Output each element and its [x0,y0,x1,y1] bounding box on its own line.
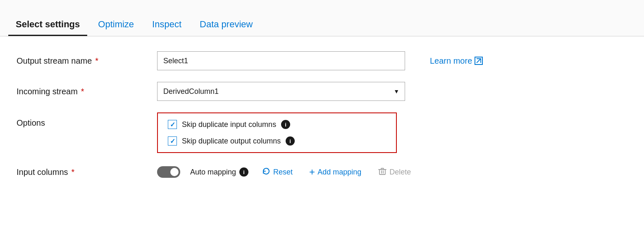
options-box: ✓ Skip duplicate input columns i ✓ Skip … [157,112,397,153]
options-row: Options ✓ Skip duplicate input columns i… [17,112,627,153]
svg-rect-0 [379,170,385,174]
reset-icon [262,167,271,178]
skip-duplicate-input-row: ✓ Skip duplicate input columns i [168,120,386,129]
required-star-incoming: * [81,87,84,96]
skip-duplicate-input-info-icon[interactable]: i [281,120,290,129]
add-mapping-label: Add mapping [317,168,361,177]
incoming-stream-label: Incoming stream * [17,87,157,96]
output-stream-name-row: Output stream name * Learn more [17,51,627,70]
tab-select-settings[interactable]: Select settings [8,15,87,36]
input-columns-label: Input columns * [17,167,157,177]
skip-duplicate-output-label: Skip duplicate output columns [182,137,281,146]
add-mapping-button[interactable]: + Add mapping [306,165,365,179]
incoming-stream-select[interactable]: DerivedColumn1 [157,82,405,101]
external-link-icon [475,57,483,65]
checkmark-output: ✓ [170,137,175,145]
reset-button[interactable]: Reset [258,165,296,179]
learn-more-label: Learn more [430,56,472,66]
skip-duplicate-output-checkbox[interactable]: ✓ [168,136,177,146]
auto-mapping-label: Auto mapping i [190,167,248,177]
auto-mapping-toggle[interactable] [157,166,180,178]
skip-duplicate-output-row: ✓ Skip duplicate output columns i [168,136,386,146]
toggle-knob [170,168,179,176]
input-columns-row: Input columns * Auto mapping i [17,165,627,179]
main-container: Select settings Optimize Inspect Data pr… [0,0,644,227]
reset-label: Reset [273,168,293,177]
auto-mapping-info-icon[interactable]: i [239,167,248,177]
output-stream-name-input[interactable] [157,51,405,70]
checkmark-input: ✓ [170,121,175,129]
delete-label: Delete [389,168,411,177]
skip-duplicate-input-label: Skip duplicate input columns [182,120,276,129]
tab-bar: Select settings Optimize Inspect Data pr… [0,0,644,36]
incoming-stream-row: Incoming stream * DerivedColumn1 ▼ [17,82,627,101]
skip-duplicate-output-info-icon[interactable]: i [286,136,295,146]
delete-button[interactable]: Delete [374,165,414,179]
skip-duplicate-input-checkbox[interactable]: ✓ [168,120,177,129]
tab-inspect[interactable]: Inspect [145,15,189,36]
options-label: Options [17,112,157,128]
tab-optimize[interactable]: Optimize [91,15,141,36]
delete-icon [378,167,387,178]
content-area: Output stream name * Learn more Incoming… [0,36,644,227]
required-star-output: * [95,56,98,66]
learn-more-link[interactable]: Learn more [430,56,483,66]
input-columns-controls: Auto mapping i Reset + Add m [157,165,414,179]
output-stream-name-label: Output stream name * [17,56,157,66]
tab-data-preview[interactable]: Data preview [192,15,260,36]
required-star-input-columns: * [72,167,75,177]
toggle-track [157,166,180,178]
plus-icon: + [309,166,315,178]
incoming-stream-select-wrapper: DerivedColumn1 ▼ [157,82,405,101]
